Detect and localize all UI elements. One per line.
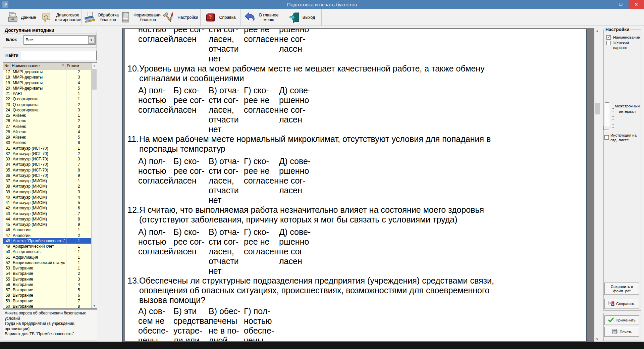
search-input[interactable] xyxy=(21,51,97,60)
scroll-up-icon[interactable]: ▲ xyxy=(92,63,97,68)
preview-scrollbar-thumb[interactable] xyxy=(595,103,600,114)
cell-number: 47 xyxy=(3,233,11,238)
table-row[interactable]: 54Выгорание2 xyxy=(3,271,91,276)
apply-button[interactable]: Применить xyxy=(604,315,639,325)
table-row[interactable]: 50Ассертивность1 xyxy=(3,249,91,254)
table-row[interactable]: 34Амтхауэр (ИСТ-70)7 xyxy=(3,162,91,167)
table-row[interactable]: 36Амтхауэр (ИСТ-70)9 xyxy=(3,173,91,178)
table-row[interactable]: 31Амтхауэр (ИСТ-70)1 xyxy=(3,146,91,151)
instruction-separate-sheet-checkbox[interactable] xyxy=(604,135,609,140)
toolbar-button-exit[interactable]: Выход xyxy=(282,9,322,26)
table-row[interactable]: 43Амтхауэр (МИОМ)7 xyxy=(3,211,91,216)
save-pdf-button[interactable]: Сохранить в файл .pdf xyxy=(604,283,639,295)
table-row[interactable]: 39Амтхауэр (МИОМ)3 xyxy=(3,189,91,195)
table-scrollbar[interactable]: ▲ ▼ xyxy=(91,63,97,308)
close-button[interactable]: ✕ xyxy=(629,0,644,9)
cell-mode: 1 xyxy=(66,227,91,233)
table-row[interactable]: 44Амтхауэр (МИОМ)8 xyxy=(3,216,91,222)
table-row[interactable]: 23Q-сортировка2 xyxy=(3,102,91,107)
question-number: 10. xyxy=(127,64,139,73)
toolbar-button-label: Обработка бланков xyxy=(98,13,119,22)
table-row[interactable]: 35Амтхауэр (ИСТ-70)8 xyxy=(3,167,91,173)
checkbox-naming[interactable]: ✓ xyxy=(606,35,611,40)
table-row[interactable]: 60Выгорание8 xyxy=(3,304,91,308)
slider-tick xyxy=(612,106,614,106)
column-header-number[interactable]: № xyxy=(3,63,10,69)
answer-option-column: Г) ско- рее не согласен xyxy=(244,227,279,256)
toolbar-button-help[interactable]: ?Справка xyxy=(201,9,240,26)
cell-name: Айзенк xyxy=(11,140,66,145)
table-row[interactable]: 24Q-сортировка3 xyxy=(3,107,91,113)
table-row[interactable]: 40Амтхауэр (МИОМ)4 xyxy=(3,195,91,200)
checkbox-female-variant[interactable] xyxy=(606,41,611,45)
table-scrollbar-thumb[interactable] xyxy=(92,69,97,90)
window-title: Подготовка и печать буклетов xyxy=(0,2,644,7)
minimize-button[interactable]: – xyxy=(598,0,613,9)
table-row[interactable]: 30Айзенк6 xyxy=(3,140,91,145)
table-row[interactable]: 58Выгорание6 xyxy=(3,293,91,298)
table-row[interactable]: 52Биоритмологический статус1 xyxy=(3,260,91,265)
table-row[interactable]: 38Амтхауэр (МИОМ)2 xyxy=(3,184,91,189)
table-row[interactable]: 49Арифметический счет1 xyxy=(3,244,91,249)
cell-name: MMPI-дериваты xyxy=(11,80,66,86)
toolbar-button-dialog-testing[interactable]: Диалоговое тестирование xyxy=(40,9,82,26)
question-text: Уровень шума на моем рабочем месте не ме… xyxy=(139,64,485,83)
cell-mode: 7 xyxy=(66,211,91,216)
block-combobox[interactable]: Все ▼ xyxy=(23,35,96,45)
scroll-up-icon[interactable]: ∧ xyxy=(594,28,600,34)
toolbar-button-settings[interactable]: Настройки xyxy=(161,9,201,26)
answer-option-column: ршенно не сог- ласен xyxy=(279,29,309,54)
table-row[interactable]: 45Амтхауэр (МИОМ)9 xyxy=(3,222,91,227)
table-row[interactable]: 32Амтхауэр (ИСТ-70)2 xyxy=(3,151,91,156)
cell-number: 46 xyxy=(3,227,11,233)
search-label: Найти xyxy=(5,53,18,58)
save-button[interactable]: Сохранить xyxy=(604,299,639,309)
answer-option-column: В) отча- сти сог- ласен, отчасти нет xyxy=(209,156,239,205)
table-row[interactable]: 20MMPI-дериваты5 xyxy=(3,86,91,91)
cell-name: Айзенк xyxy=(11,118,66,123)
table-row[interactable]: 17MMPI-дериваты2 xyxy=(3,69,91,74)
toolbar-button-generate-blanks[interactable]: Формирование бланков xyxy=(121,9,161,26)
table-row[interactable]: 28Айзенк4 xyxy=(3,129,91,135)
table-row[interactable]: 25Айзенк1 xyxy=(3,113,91,118)
toolbar-button-process-blanks[interactable]: Обработка бланков xyxy=(82,9,121,26)
toolbar-button-data[interactable]: Данные xyxy=(3,9,40,26)
column-header-name[interactable]: Наименование▽ xyxy=(10,63,65,69)
table-row[interactable]: 22Q-сортировка1 xyxy=(3,96,91,102)
table-row[interactable]: 48Анкета "Промбезопасность"1 xyxy=(3,238,91,244)
table-row[interactable]: 56Выгорание4 xyxy=(3,282,91,287)
table-header: № Наименование▽ Режим xyxy=(3,63,97,69)
toolbar-button-main-menu[interactable]: В главное меню xyxy=(240,9,282,26)
table-row[interactable]: 26Айзенк2 xyxy=(3,118,91,123)
table-row[interactable]: 42Амтхауэр (МИОМ)6 xyxy=(3,205,91,211)
table-row[interactable]: 55Выгорание3 xyxy=(3,277,91,282)
table-row[interactable]: 57Выгорание5 xyxy=(3,287,91,293)
cell-name: Аналогии xyxy=(11,227,66,233)
chevron-down-icon[interactable]: ▼ xyxy=(88,36,95,44)
table-row[interactable]: 37Амтхауэр (МИОМ)1 xyxy=(3,178,91,184)
cell-name: PARI xyxy=(11,91,66,96)
table-row[interactable]: 19MMPI-дериваты4 xyxy=(3,80,91,86)
table-row[interactable]: 33Амтхауэр (ИСТ-70)3 xyxy=(3,156,91,162)
answer-option-column: В) отча- сти сог- ласен, отчасти нет xyxy=(209,86,239,134)
table-row[interactable]: 47Аналогии2 xyxy=(3,233,91,238)
cell-mode: 1 xyxy=(66,249,91,254)
scroll-down-icon[interactable]: ∨ xyxy=(594,336,600,342)
table-row[interactable]: 18MMPI-дериваты3 xyxy=(3,74,91,80)
toolbar-button-label: Данные xyxy=(21,15,36,20)
table-row[interactable]: 46Аналогии1 xyxy=(3,227,91,233)
block-combobox-value: Все xyxy=(25,37,33,42)
maximize-button[interactable]: ❐ xyxy=(613,0,629,9)
preview-scrollbar[interactable]: ∧ ∨ xyxy=(594,28,600,342)
print-button[interactable]: Печать xyxy=(604,327,639,337)
table-row[interactable]: 29Айзенк5 xyxy=(3,135,91,140)
table-row[interactable]: 41Амтхауэр (МИОМ)5 xyxy=(3,200,91,205)
table-row[interactable]: 53Выгорание1 xyxy=(3,265,91,271)
scroll-down-icon[interactable]: ▼ xyxy=(92,303,97,308)
table-row[interactable]: 21PARI1 xyxy=(3,91,91,96)
toolbar-button-label: Диалоговое тестирование xyxy=(54,13,81,22)
table-row[interactable]: 59Выгорание7 xyxy=(3,298,91,304)
table-row[interactable]: 27Айзенк3 xyxy=(3,124,91,129)
table-row[interactable]: 51Аффилиация1 xyxy=(3,255,91,260)
cell-name: Амтхауэр (ИСТ-70) xyxy=(11,151,66,156)
